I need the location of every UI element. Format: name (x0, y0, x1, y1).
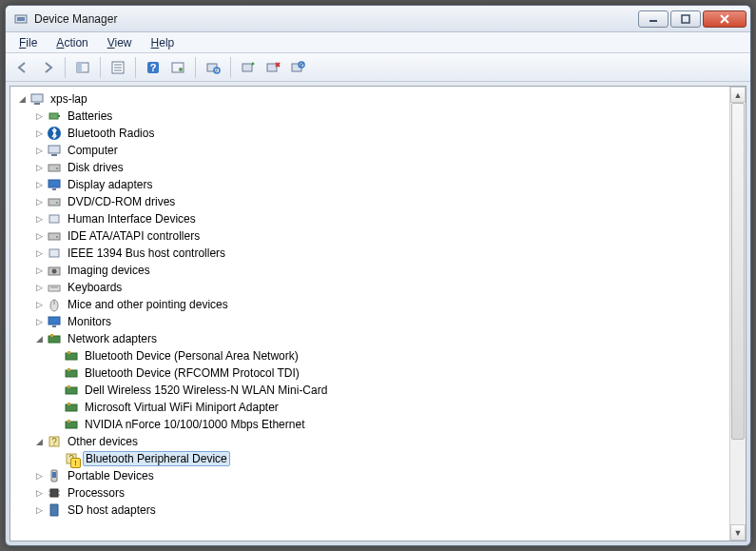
expand-toggle[interactable]: ◢ (33, 436, 45, 447)
expand-toggle[interactable]: ▷ (33, 316, 45, 327)
menu-action[interactable]: Action (48, 34, 95, 51)
portable-icon (47, 468, 62, 483)
tree-node[interactable]: ▷ Imaging devices (12, 262, 727, 279)
tree-node-label: Microsoft Virtual WiFi Miniport Adapter (83, 401, 281, 414)
expand-toggle[interactable]: ▷ (33, 110, 45, 122)
tree-node[interactable]: ▷ IDE ATA/ATAPI controllers (12, 227, 727, 245)
expand-toggle[interactable]: ▷ (33, 179, 45, 190)
tree-node-label: Bluetooth Peripheral Device (83, 451, 230, 466)
expand-toggle[interactable]: ▷ (33, 247, 45, 259)
tree-node-label: Bluetooth Device (RFCOMM Protocol TDI) (83, 366, 301, 380)
tree-node[interactable]: ▷ DVD/CD-ROM drives (12, 193, 727, 210)
svg-rect-31 (51, 154, 57, 156)
scan-hardware-button[interactable] (202, 56, 224, 79)
bluetooth-icon (47, 126, 62, 141)
expand-toggle[interactable]: ▷ (33, 230, 45, 242)
tree-node[interactable]: Bluetooth Device (RFCOMM Protocol TDI) (12, 364, 727, 382)
tree-node[interactable]: ▷ Portable Devices (12, 467, 727, 484)
expand-toggle[interactable]: ◢ (33, 333, 45, 344)
tree-node[interactable]: Bluetooth Device (Personal Area Network) (12, 347, 727, 364)
expand-toggle[interactable]: ▷ (33, 282, 45, 293)
uninstall-button[interactable] (262, 56, 284, 79)
monitor-icon (47, 314, 62, 329)
forward-button[interactable] (36, 56, 59, 79)
tree-node-label: Other devices (66, 435, 140, 448)
tree-node[interactable]: ◢ Network adapters (12, 330, 727, 347)
tree-node-label: Portable Devices (66, 469, 156, 482)
tree-node[interactable]: Microsoft Virtual WiFi Miniport Adapter (12, 399, 727, 416)
tree-node[interactable]: ▷ Disk drives (12, 159, 727, 176)
action-button[interactable] (166, 56, 189, 79)
tree-node[interactable]: ▷ Human Interface Devices (12, 210, 727, 227)
svg-point-40 (56, 236, 58, 238)
network-adapter-icon (64, 348, 79, 364)
svg-rect-38 (49, 215, 59, 223)
svg-rect-59 (68, 403, 70, 405)
expand-toggle[interactable]: ▷ (33, 128, 45, 139)
tree-node[interactable]: ▷ Batteries (12, 108, 727, 125)
properties-button[interactable] (107, 56, 129, 79)
svg-rect-36 (48, 199, 60, 206)
tree-node[interactable]: NVIDIA nForce 10/100/1000 Mbps Ethernet (12, 416, 727, 433)
tree-node[interactable]: ▷ Keyboards (12, 279, 727, 296)
titlebar[interactable]: Device Manager (6, 6, 750, 32)
tree-node[interactable]: ▷ IEEE 1394 Bus host controllers (12, 245, 727, 262)
close-button[interactable] (703, 10, 746, 28)
expand-toggle[interactable]: ▷ (33, 470, 45, 482)
tree-node[interactable]: Dell Wireless 1520 Wireless-N WLAN Mini-… (12, 382, 727, 399)
help-button[interactable]: ? (142, 56, 165, 79)
tree-node[interactable]: ▷ SD host adapters (12, 502, 727, 519)
svg-rect-52 (66, 353, 77, 360)
show-hide-console-button[interactable] (71, 56, 94, 79)
vertical-scrollbar[interactable]: ▲ ▼ (729, 87, 746, 541)
expand-toggle[interactable]: ◢ (16, 93, 28, 105)
expand-toggle[interactable]: ▷ (33, 213, 45, 225)
svg-rect-49 (52, 325, 56, 327)
scroll-down-button[interactable]: ▼ (730, 524, 746, 541)
tree-node[interactable]: ◢ xps-lap (12, 90, 727, 108)
scroll-thumb[interactable] (731, 103, 745, 440)
expand-toggle[interactable]: ▷ (33, 162, 45, 173)
svg-rect-41 (49, 249, 59, 257)
expand-toggle[interactable]: ▷ (33, 196, 45, 207)
tree-node[interactable]: ▷ Mice and other pointing devices (12, 296, 727, 313)
sd-icon (47, 502, 62, 518)
svg-rect-50 (48, 336, 60, 343)
svg-point-43 (52, 269, 57, 274)
tree-node[interactable]: ? Bluetooth Peripheral Device (12, 450, 727, 467)
tree-node-label: IDE ATA/ATAPI controllers (66, 229, 202, 243)
menubar: File Action View Help (6, 32, 750, 53)
expand-toggle[interactable]: ▷ (33, 487, 45, 499)
network-adapter-icon (64, 383, 79, 398)
svg-rect-56 (66, 387, 77, 394)
maximize-button[interactable] (670, 10, 701, 28)
tree-node[interactable]: ▷ Monitors (12, 313, 727, 330)
tree-node[interactable]: ▷ Computer (12, 142, 727, 159)
expand-toggle[interactable]: ▷ (33, 265, 45, 276)
svg-rect-25 (31, 94, 43, 102)
expand-toggle[interactable]: ▷ (33, 145, 45, 156)
unknown-device-icon: ? (64, 451, 79, 466)
menu-help[interactable]: Help (144, 34, 183, 51)
update-driver-button[interactable] (237, 56, 260, 79)
back-button[interactable] (11, 56, 34, 79)
svg-rect-55 (68, 368, 70, 371)
tree-node-label: Processors (66, 486, 126, 500)
other-icon: ? (47, 434, 62, 449)
menu-file[interactable]: File (11, 34, 45, 51)
expand-toggle[interactable]: ▷ (33, 504, 45, 516)
svg-text:?: ? (68, 454, 74, 464)
disable-button[interactable] (286, 56, 309, 79)
minimize-button[interactable] (638, 10, 669, 28)
device-manager-window: Device Manager File Action View Help ? (5, 5, 751, 546)
tree-node[interactable]: ▷ Display adapters (12, 176, 727, 193)
tree-node[interactable]: ▷ Processors (12, 484, 727, 502)
svg-rect-60 (66, 422, 77, 428)
tree-node[interactable]: ◢ ? Other devices (12, 433, 727, 450)
display-icon (47, 177, 62, 192)
tree-node[interactable]: ▷ Bluetooth Radios (12, 125, 727, 142)
svg-rect-48 (48, 317, 60, 325)
menu-view[interactable]: View (100, 34, 140, 51)
expand-toggle[interactable]: ▷ (33, 299, 45, 310)
scroll-up-button[interactable]: ▲ (730, 87, 746, 103)
